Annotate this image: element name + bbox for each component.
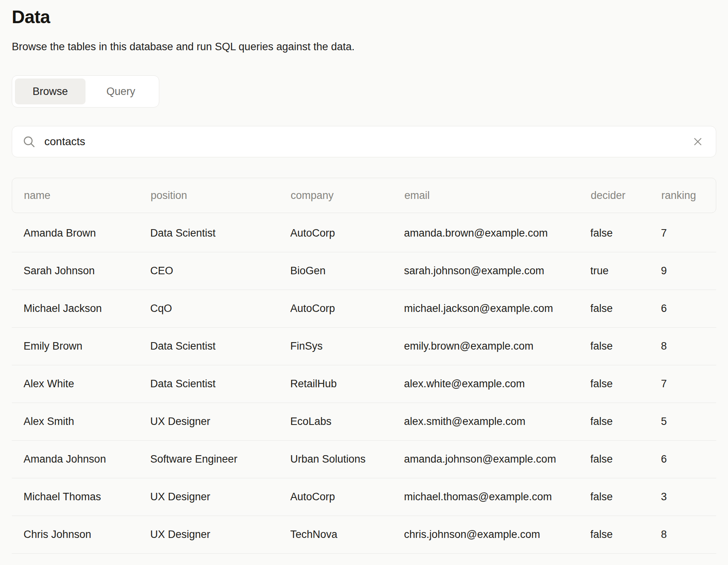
close-icon — [692, 135, 704, 148]
cell-email: alex.smith@example.com — [404, 416, 590, 428]
cell-position: UX Designer — [150, 416, 290, 428]
cell-email: emily.brown@example.com — [404, 340, 590, 352]
cell-name: Michael Jackson — [24, 303, 150, 315]
cell-email: amanda.johnson@example.com — [404, 453, 590, 465]
cell-company: Urban Solutions — [290, 453, 404, 465]
cell-email: michael.thomas@example.com — [404, 491, 590, 503]
cell-position: UX Designer — [150, 491, 290, 503]
cell-email: sarah.johnson@example.com — [404, 265, 590, 277]
cell-position: Data Scientist — [150, 227, 290, 239]
cell-name: Michael Thomas — [24, 491, 150, 503]
column-header-email: email — [404, 190, 591, 202]
cell-company: AutoCorp — [290, 491, 404, 503]
cell-name: Alex White — [24, 378, 150, 390]
cell-name: Chris Johnson — [24, 529, 150, 541]
cell-ranking: 9 — [661, 265, 716, 277]
table-body: Amanda BrownData ScientistAutoCorpamanda… — [12, 215, 716, 554]
table-row: Michael ThomasUX DesignerAutoCorpmichael… — [12, 478, 716, 516]
cell-decider: false — [590, 529, 661, 541]
cell-company: AutoCorp — [290, 227, 404, 239]
search-bar — [12, 126, 716, 157]
table-row: Alex SmithUX DesignerEcoLabsalex.smith@e… — [12, 403, 716, 441]
cell-company: AutoCorp — [290, 303, 404, 315]
cell-name: Alex Smith — [24, 416, 150, 428]
cell-decider: false — [590, 227, 661, 239]
cell-company: FinSys — [290, 340, 404, 352]
cell-position: Data Scientist — [150, 378, 290, 390]
table-row: Chris JohnsonUX DesignerTechNovachris.jo… — [12, 516, 716, 554]
cell-ranking: 6 — [661, 453, 716, 465]
column-header-name: name — [24, 190, 151, 202]
cell-decider: false — [590, 491, 661, 503]
cell-decider: false — [590, 453, 661, 465]
column-header-ranking: ranking — [661, 190, 716, 202]
cell-ranking: 6 — [661, 303, 716, 315]
cell-ranking: 8 — [661, 529, 716, 541]
cell-position: Data Scientist — [150, 340, 290, 352]
cell-company: EcoLabs — [290, 416, 404, 428]
cell-ranking: 7 — [661, 227, 716, 239]
column-header-decider: decider — [591, 190, 661, 202]
table-row: Amanda BrownData ScientistAutoCorpamanda… — [12, 215, 716, 252]
cell-email: alex.white@example.com — [404, 378, 590, 390]
table-row: Michael JacksonCqOAutoCorpmichael.jackso… — [12, 290, 716, 328]
cell-email: amanda.brown@example.com — [404, 227, 590, 239]
cell-name: Amanda Brown — [24, 227, 150, 239]
cell-company: RetailHub — [290, 378, 404, 390]
cell-decider: false — [590, 340, 661, 352]
column-header-company: company — [291, 190, 404, 202]
cell-decider: true — [590, 265, 661, 277]
table-row: Sarah JohnsonCEOBioGensarah.johnson@exam… — [12, 252, 716, 290]
cell-company: TechNova — [290, 529, 404, 541]
cell-ranking: 5 — [661, 416, 716, 428]
cell-position: Software Engineer — [150, 453, 290, 465]
cell-ranking: 7 — [661, 378, 716, 390]
cell-name: Emily Brown — [24, 340, 150, 352]
table-row: Alex WhiteData ScientistRetailHubalex.wh… — [12, 365, 716, 403]
tabs: BrowseQuery — [12, 75, 159, 108]
cell-company: BioGen — [290, 265, 404, 277]
cell-name: Amanda Johnson — [24, 453, 150, 465]
page-title: Data — [12, 6, 716, 27]
cell-name: Sarah Johnson — [24, 265, 150, 277]
cell-decider: false — [590, 378, 661, 390]
cell-position: CEO — [150, 265, 290, 277]
cell-email: michael.jackson@example.com — [404, 303, 590, 315]
cell-ranking: 3 — [661, 491, 716, 503]
page-subtitle: Browse the tables in this database and r… — [12, 40, 716, 53]
cell-position: CqO — [150, 303, 290, 315]
cell-decider: false — [590, 416, 661, 428]
cell-decider: false — [590, 303, 661, 315]
tab-browse[interactable]: Browse — [15, 78, 86, 104]
cell-position: UX Designer — [150, 529, 290, 541]
cell-email: chris.johnson@example.com — [404, 529, 590, 541]
search-icon — [22, 135, 36, 148]
column-header-position: position — [151, 190, 291, 202]
table-row: Emily BrownData ScientistFinSysemily.bro… — [12, 328, 716, 365]
tab-query[interactable]: Query — [86, 78, 156, 104]
table-header-row: namepositioncompanyemaildeciderranking — [12, 178, 716, 213]
search-input[interactable] — [44, 135, 690, 148]
cell-ranking: 8 — [661, 340, 716, 352]
table-row: Amanda JohnsonSoftware EngineerUrban Sol… — [12, 441, 716, 478]
clear-search-button[interactable] — [690, 134, 706, 149]
